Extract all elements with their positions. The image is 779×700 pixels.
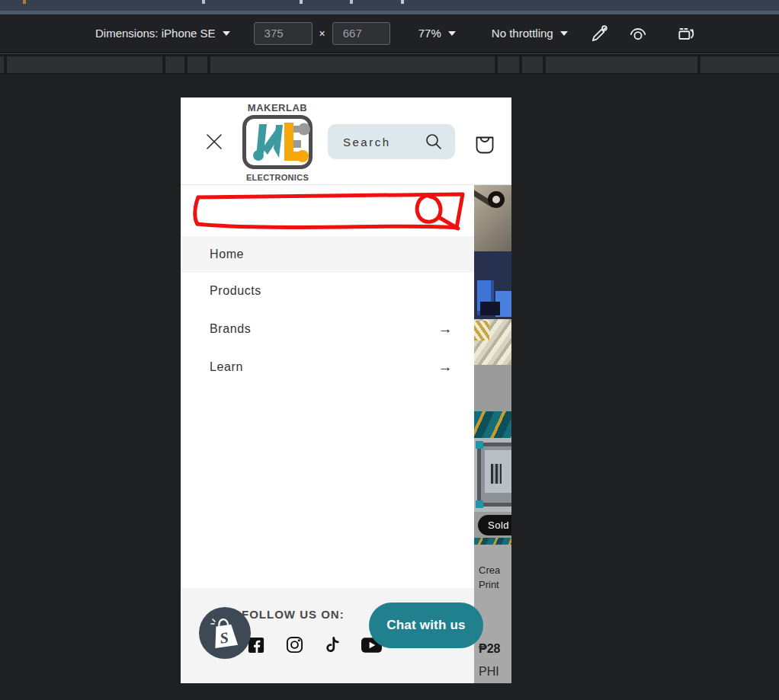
ruler-hairline [0,53,779,54]
makerlab-logo-icon [242,115,313,169]
cart-bag-icon[interactable] [473,131,497,155]
rotate-device-icon[interactable] [676,24,696,43]
mobile-menu-drawer: Home Products Brands → Learn → FOLLOW US… [181,186,474,683]
menu-item-label: Brands [210,322,251,336]
tab-text-fragment [401,0,404,4]
width-input[interactable] [254,22,313,45]
chevron-down-icon[interactable] [448,31,456,36]
media-query-divider [184,56,188,73]
category-tile-image [474,319,511,365]
printer-product-image [474,438,511,512]
site-header: MAKERLAB [181,97,511,185]
throttling-select[interactable]: No throttling [492,27,553,40]
menu-item-products[interactable]: Products [181,273,474,309]
tab-text-fragment [300,0,303,4]
tab-text-fragment [23,0,26,4]
currency-label-cut: PHI [479,665,499,679]
pcb-banner-image [474,538,511,545]
browser-top-strip [0,0,779,11]
menu-item-brands[interactable]: Brands → [181,311,474,347]
menu-item-home[interactable]: Home [181,236,474,273]
product-title-cut: Crea [479,564,500,576]
media-query-bar[interactable] [0,52,779,74]
chat-button-label: Chat with us [386,618,465,633]
chevron-down-icon[interactable] [560,31,568,36]
tiktok-icon[interactable] [325,636,340,654]
search-placeholder: Search [343,136,425,149]
media-query-divider [519,56,522,73]
device-viewport: MAKERLAB [181,97,511,683]
tab-text-fragment [202,0,205,4]
printer-accent [476,500,483,508]
devtools-device-toolbar: Dimensions: iPhone SE × 77% No throttlin… [0,14,779,52]
device-preset-value[interactable]: iPhone SE [162,27,216,40]
badge-label-cut: Sold [488,519,509,531]
shopify-bag-icon: S [199,607,251,659]
printer-detail [491,464,502,484]
eye-icon[interactable] [628,24,648,43]
product-title-cut: Print [479,579,499,590]
media-query-divider [697,56,700,73]
dimensions-label: Dimensions: iPhone SE [95,27,216,40]
shopify-chat-avatar[interactable]: S [199,607,251,659]
menu-item-label: Learn [210,360,243,374]
search-input[interactable]: Search [328,124,455,159]
social-icons-row [248,636,382,654]
menu-item-label: Home [210,248,244,261]
chat-with-us-button[interactable]: Chat with us [369,603,483,648]
follow-us-label: FOLLOW US ON: [242,608,345,621]
menu-item-learn[interactable]: Learn → [181,349,474,385]
height-input[interactable] [332,22,390,45]
tile-detail [474,321,489,340]
pcb-banner-image [474,411,511,438]
chevron-down-icon[interactable] [223,31,230,36]
close-icon[interactable] [206,133,223,150]
tile-detail [480,302,500,315]
product-price-cut: ₱28 [479,642,500,656]
tab-text-fragment [350,0,353,4]
media-query-divider [4,56,7,73]
menu-item-label: Products [210,284,261,298]
product-thumb-image [474,185,511,251]
brand-name-bottom: ELECTRONICS [241,173,314,182]
media-query-segments [0,56,779,73]
underlying-page-strip: sories teries Sold Crea Print [474,185,511,683]
arrow-right-icon[interactable]: → [438,321,453,337]
media-query-divider [162,56,165,73]
dimensions-caption: Dimensions: [95,27,159,40]
media-query-divider [495,56,498,73]
arrow-right-icon[interactable]: → [438,359,453,376]
instagram-icon[interactable] [286,636,303,654]
eyedropper-icon[interactable] [590,24,610,43]
site-logo[interactable]: MAKERLAB [241,102,314,182]
brand-name-top: MAKERLAB [241,102,314,113]
camera-lens-detail [488,191,505,208]
dimension-separator: × [319,27,325,40]
search-icon[interactable] [425,133,443,151]
printer-accent [476,441,483,449]
media-query-divider [543,56,546,73]
zoom-select[interactable]: 77% [418,27,441,40]
sold-out-badge: Sold [478,515,511,535]
device-emulation-stage: MAKERLAB [0,74,779,700]
media-query-divider [207,56,210,73]
